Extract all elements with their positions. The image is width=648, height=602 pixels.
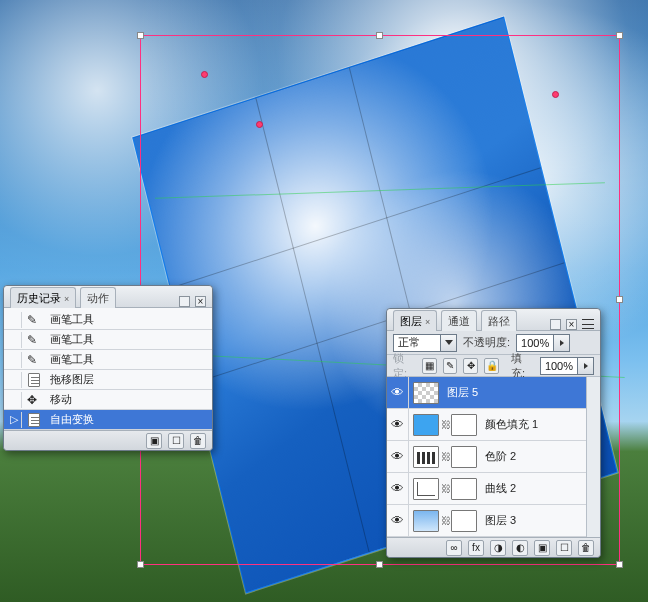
history-marker-well[interactable]: ▷ xyxy=(6,412,22,428)
layer-thumbnail[interactable] xyxy=(451,446,477,468)
fill-input[interactable]: 100% xyxy=(540,357,594,375)
layer-thumbnail[interactable] xyxy=(451,414,477,436)
lock-label: 锁定: xyxy=(393,351,416,381)
layer-row[interactable]: 👁⛓曲线 2 xyxy=(387,473,586,505)
layer-thumbnail[interactable] xyxy=(413,414,439,436)
add-mask-button[interactable]: ◑ xyxy=(490,540,506,556)
history-item[interactable]: 画笔工具 xyxy=(4,350,212,370)
tab-动作[interactable]: 动作 xyxy=(80,287,116,308)
layer-thumbnail[interactable] xyxy=(413,382,439,404)
document-icon xyxy=(28,413,40,427)
history-marker-well[interactable] xyxy=(6,312,22,328)
link-layers-button[interactable]: ∞ xyxy=(446,540,462,556)
history-panel-header[interactable]: 历史记录×动作 × xyxy=(4,286,212,308)
history-item[interactable]: 拖移图层 xyxy=(4,370,212,390)
layer-thumbnail[interactable] xyxy=(413,478,439,500)
warp-anchor[interactable] xyxy=(201,71,208,78)
transform-handle[interactable] xyxy=(616,32,623,39)
layer-row[interactable]: 👁⛓颜色填充 1 xyxy=(387,409,586,441)
layer-style-button[interactable]: fx xyxy=(468,540,484,556)
layers-tabs: 图层×通道路径 xyxy=(393,309,517,330)
panel-minimize-button[interactable] xyxy=(550,319,561,330)
history-marker-well[interactable] xyxy=(6,352,22,368)
tab-close-icon[interactable]: × xyxy=(425,317,430,327)
history-item[interactable]: 画笔工具 xyxy=(4,330,212,350)
history-item-label: 自由变换 xyxy=(46,412,94,427)
history-panel: 历史记录×动作 × 画笔工具画笔工具画笔工具拖移图层移动▷自由变换 ▣ ☐ 🗑 xyxy=(3,285,213,451)
history-item-label: 拖移图层 xyxy=(46,372,94,387)
lock-pixels-button[interactable]: ✎ xyxy=(443,358,458,374)
link-icon: ⛓ xyxy=(441,483,449,494)
history-panel-footer: ▣ ☐ 🗑 xyxy=(4,430,212,450)
link-icon: ⛓ xyxy=(441,515,449,526)
layer-thumbnail[interactable] xyxy=(451,510,477,532)
new-group-button[interactable]: ▣ xyxy=(534,540,550,556)
transform-handle[interactable] xyxy=(616,561,623,568)
document-canvas[interactable]: 历史记录×动作 × 画笔工具画笔工具画笔工具拖移图层移动▷自由变换 ▣ ☐ 🗑 … xyxy=(0,0,648,602)
create-snapshot-button[interactable]: ▣ xyxy=(146,433,162,449)
tab-通道[interactable]: 通道 xyxy=(441,310,477,331)
transform-handle[interactable] xyxy=(137,561,144,568)
layer-scrollbar[interactable] xyxy=(586,377,600,537)
history-tabs: 历史记录×动作 xyxy=(10,286,116,307)
history-item-label: 画笔工具 xyxy=(46,352,94,367)
visibility-toggle[interactable]: 👁 xyxy=(387,409,409,440)
layer-thumbnail[interactable] xyxy=(451,478,477,500)
tab-历史记录[interactable]: 历史记录× xyxy=(10,287,76,308)
tab-图层[interactable]: 图层× xyxy=(393,310,437,331)
warp-anchor[interactable] xyxy=(552,91,559,98)
layer-name[interactable]: 色阶 2 xyxy=(481,449,516,464)
layer-name[interactable]: 图层 5 xyxy=(443,385,478,400)
opacity-flyout-button[interactable] xyxy=(554,334,570,352)
visibility-toggle[interactable]: 👁 xyxy=(387,505,409,536)
warp-anchor[interactable] xyxy=(256,121,263,128)
tab-路径[interactable]: 路径 xyxy=(481,310,517,331)
panel-menu-button[interactable] xyxy=(582,319,594,329)
layer-thumbnail[interactable] xyxy=(413,446,439,468)
new-document-from-state-button[interactable]: ☐ xyxy=(168,433,184,449)
history-marker-well[interactable] xyxy=(6,372,22,388)
transform-handle[interactable] xyxy=(376,32,383,39)
tab-close-icon[interactable]: × xyxy=(64,294,69,304)
opacity-value: 100% xyxy=(521,337,549,349)
dropdown-icon[interactable] xyxy=(441,334,457,352)
new-adjustment-button[interactable]: ◐ xyxy=(512,540,528,556)
transform-handle[interactable] xyxy=(376,561,383,568)
layers-panel-header[interactable]: 图层×通道路径 × xyxy=(387,309,600,331)
layer-name[interactable]: 图层 3 xyxy=(481,513,516,528)
blend-mode-select[interactable]: 正常 xyxy=(393,334,457,352)
history-marker-well[interactable] xyxy=(6,392,22,408)
history-item[interactable]: ▷自由变换 xyxy=(4,410,212,430)
delete-state-button[interactable]: 🗑 xyxy=(190,433,206,449)
history-item[interactable]: 移动 xyxy=(4,390,212,410)
visibility-toggle[interactable]: 👁 xyxy=(387,441,409,472)
layer-thumbnail[interactable] xyxy=(413,510,439,532)
transform-handle[interactable] xyxy=(616,296,623,303)
layer-name[interactable]: 颜色填充 1 xyxy=(481,417,538,432)
transform-handle[interactable] xyxy=(137,32,144,39)
visibility-toggle[interactable]: 👁 xyxy=(387,377,409,408)
layer-lock-row: 锁定: ▦ ✎ ✥ 🔒 填充: 100% xyxy=(387,355,600,377)
history-marker-well[interactable] xyxy=(6,332,22,348)
layer-row[interactable]: 👁⛓色阶 2 xyxy=(387,441,586,473)
new-layer-button[interactable]: ☐ xyxy=(556,540,572,556)
history-item[interactable]: 画笔工具 xyxy=(4,310,212,330)
delete-layer-button[interactable]: 🗑 xyxy=(578,540,594,556)
blend-mode-value: 正常 xyxy=(398,335,420,350)
lock-all-button[interactable]: 🔒 xyxy=(484,358,499,374)
history-item-label: 移动 xyxy=(46,392,72,407)
visibility-toggle[interactable]: 👁 xyxy=(387,473,409,504)
brush-icon xyxy=(27,333,41,347)
panel-close-button[interactable]: × xyxy=(566,319,577,330)
panel-minimize-button[interactable] xyxy=(179,296,190,307)
lock-position-button[interactable]: ✥ xyxy=(463,358,478,374)
history-list: 画笔工具画笔工具画笔工具拖移图层移动▷自由变换 xyxy=(4,308,212,430)
layer-name[interactable]: 曲线 2 xyxy=(481,481,516,496)
lock-transparency-button[interactable]: ▦ xyxy=(422,358,437,374)
layer-row[interactable]: 👁图层 5 xyxy=(387,377,586,409)
layer-row[interactable]: 👁⛓图层 3 xyxy=(387,505,586,537)
fill-flyout-button[interactable] xyxy=(578,357,594,375)
opacity-input[interactable]: 100% xyxy=(516,334,570,352)
panel-close-button[interactable]: × xyxy=(195,296,206,307)
fill-value: 100% xyxy=(545,360,573,372)
